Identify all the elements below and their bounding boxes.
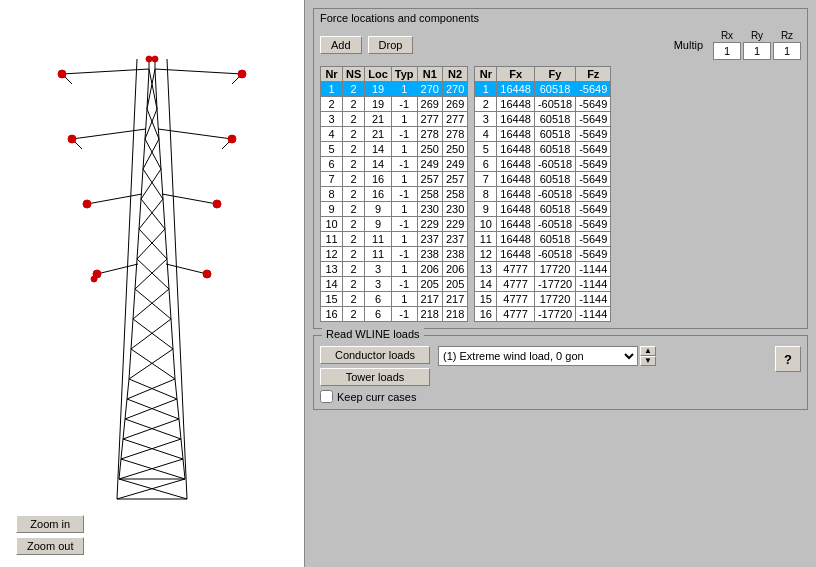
svg-line-39 bbox=[167, 259, 169, 289]
table-row[interactable]: 2219-1269269 bbox=[321, 97, 468, 112]
table-row[interactable]: 1626-1218218 bbox=[321, 307, 468, 322]
table-row[interactable]: 91644860518-5649 bbox=[475, 202, 611, 217]
svg-line-33 bbox=[133, 319, 173, 349]
tower-area bbox=[0, 0, 304, 557]
table-row[interactable]: 72161257257 bbox=[321, 172, 468, 187]
svg-line-52 bbox=[141, 169, 161, 199]
table-row[interactable]: 1016448-60518-5649 bbox=[475, 217, 611, 232]
svg-line-11 bbox=[181, 439, 183, 459]
zoom-out-button[interactable]: Zoom out bbox=[16, 537, 84, 555]
col-n2: N2 bbox=[442, 67, 467, 82]
svg-line-47 bbox=[163, 199, 165, 229]
svg-line-46 bbox=[139, 199, 141, 229]
svg-line-42 bbox=[137, 229, 139, 259]
table-row[interactable]: 15477717720-1144 bbox=[475, 292, 611, 307]
table-row[interactable]: 164777-17720-1144 bbox=[475, 307, 611, 322]
svg-point-85 bbox=[213, 200, 221, 208]
table-row[interactable]: 12211-1238238 bbox=[321, 247, 468, 262]
conductor-loads-button[interactable]: Conductor loads bbox=[320, 346, 430, 364]
add-button[interactable]: Add bbox=[320, 36, 362, 54]
svg-line-45 bbox=[139, 229, 167, 259]
svg-line-15 bbox=[179, 419, 181, 439]
svg-line-25 bbox=[129, 379, 177, 399]
col-fz: Fz bbox=[576, 67, 611, 82]
table-row[interactable]: 1029-1229229 bbox=[321, 217, 468, 232]
left-table: Nr NS Loc Typ N1 N2 121912702702219-1269… bbox=[320, 66, 468, 322]
toolbar-row: Add Drop Multip Rx Ry Rz bbox=[320, 30, 801, 60]
svg-line-8 bbox=[119, 459, 183, 479]
table-row[interactable]: 1423-1205205 bbox=[321, 277, 468, 292]
svg-line-6 bbox=[119, 459, 121, 479]
svg-line-7 bbox=[183, 459, 185, 479]
table-row[interactable]: 51644860518-5649 bbox=[475, 142, 611, 157]
rx-header: Rx bbox=[721, 30, 733, 41]
keep-curr-checkbox[interactable] bbox=[320, 390, 333, 403]
tables-container: Nr NS Loc Typ N1 N2 121912702702219-1269… bbox=[320, 66, 801, 322]
col-fx: Fx bbox=[497, 67, 535, 82]
svg-line-4 bbox=[117, 479, 185, 499]
table-row[interactable]: 11644860518-5649 bbox=[475, 82, 611, 97]
table-row[interactable]: 1216448-60518-5649 bbox=[475, 247, 611, 262]
svg-line-26 bbox=[129, 349, 131, 379]
rx-input[interactable] bbox=[713, 42, 741, 60]
keep-curr-row: Keep curr cases bbox=[320, 390, 430, 403]
load-case-dropdown[interactable]: (1) Extreme wind load, 0 gon bbox=[438, 346, 638, 366]
svg-line-32 bbox=[131, 319, 171, 349]
table-row[interactable]: 13477717720-1144 bbox=[475, 262, 611, 277]
svg-line-24 bbox=[127, 379, 175, 399]
spinner-buttons: ▲ ▼ bbox=[640, 346, 656, 366]
table-row[interactable]: 112111237237 bbox=[321, 232, 468, 247]
table-row[interactable]: 816448-60518-5649 bbox=[475, 187, 611, 202]
tower-loads-button[interactable]: Tower loads bbox=[320, 368, 430, 386]
table-row[interactable]: 6214-1249249 bbox=[321, 157, 468, 172]
table-row[interactable]: 9291230230 bbox=[321, 202, 468, 217]
table-row[interactable]: 8216-1258258 bbox=[321, 187, 468, 202]
svg-line-54 bbox=[143, 139, 145, 169]
svg-line-31 bbox=[171, 319, 173, 349]
svg-line-18 bbox=[125, 399, 127, 419]
spinner-up[interactable]: ▲ bbox=[640, 346, 656, 356]
svg-point-89 bbox=[152, 56, 158, 62]
table-row[interactable]: 616448-60518-5649 bbox=[475, 157, 611, 172]
svg-line-12 bbox=[121, 439, 181, 459]
help-button[interactable]: ? bbox=[775, 346, 801, 372]
svg-line-17 bbox=[125, 419, 181, 439]
left-panel: Zoom in Zoom out bbox=[0, 0, 305, 567]
svg-line-34 bbox=[133, 289, 135, 319]
table-row[interactable]: 144777-17720-1144 bbox=[475, 277, 611, 292]
table-row[interactable]: 111644860518-5649 bbox=[475, 232, 611, 247]
ry-header: Ry bbox=[751, 30, 763, 41]
svg-point-82 bbox=[68, 135, 76, 143]
table-row[interactable]: 52141250250 bbox=[321, 142, 468, 157]
svg-line-56 bbox=[143, 139, 159, 169]
col-nr: Nr bbox=[321, 67, 343, 82]
table-row[interactable]: 41644860518-5649 bbox=[475, 127, 611, 142]
svg-point-80 bbox=[58, 70, 66, 78]
svg-line-0 bbox=[117, 59, 137, 499]
table-row[interactable]: 4221-1278278 bbox=[321, 127, 468, 142]
rz-header: Rz bbox=[781, 30, 793, 41]
zoom-in-button[interactable]: Zoom in bbox=[16, 515, 84, 533]
svg-line-14 bbox=[123, 419, 125, 439]
drop-button[interactable]: Drop bbox=[368, 36, 414, 54]
table-row[interactable]: 31644860518-5649 bbox=[475, 112, 611, 127]
table-row[interactable]: 12191270270 bbox=[321, 82, 468, 97]
wline-group: Read WLINE loads Conductor loads Tower l… bbox=[313, 335, 808, 410]
svg-line-21 bbox=[127, 399, 179, 419]
svg-line-37 bbox=[135, 289, 171, 319]
rz-input[interactable] bbox=[773, 42, 801, 60]
svg-line-36 bbox=[133, 289, 169, 319]
col-fy: Fy bbox=[534, 67, 575, 82]
table-row[interactable]: 13231206206 bbox=[321, 262, 468, 277]
svg-line-69 bbox=[158, 129, 232, 139]
table-row[interactable]: 71644860518-5649 bbox=[475, 172, 611, 187]
svg-line-35 bbox=[169, 289, 171, 319]
spinner-down[interactable]: ▼ bbox=[640, 356, 656, 366]
svg-line-19 bbox=[177, 399, 179, 419]
col-nr2: Nr bbox=[475, 67, 497, 82]
ry-input[interactable] bbox=[743, 42, 771, 60]
svg-line-73 bbox=[166, 264, 207, 274]
table-row[interactable]: 15261217217 bbox=[321, 292, 468, 307]
table-row[interactable]: 32211277277 bbox=[321, 112, 468, 127]
table-row[interactable]: 216448-60518-5649 bbox=[475, 97, 611, 112]
